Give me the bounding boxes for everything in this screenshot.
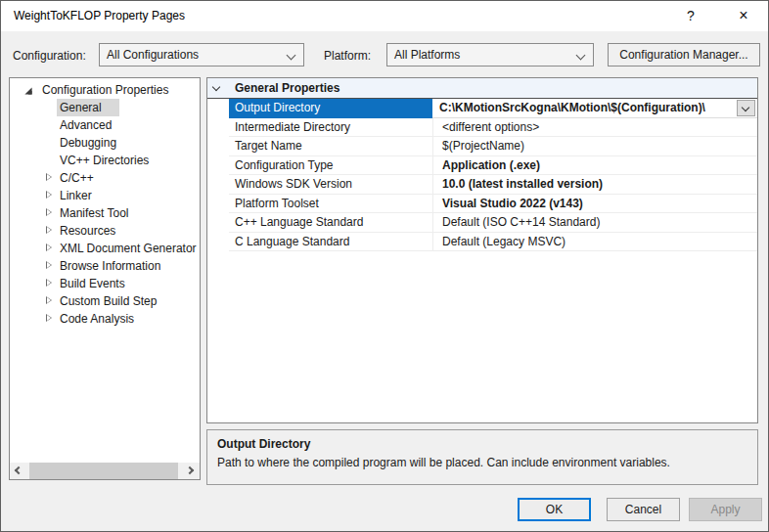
value-dropdown-button[interactable] (737, 100, 755, 116)
collapsed-arrow-icon[interactable] (46, 208, 52, 216)
grid-category-header[interactable]: General Properties (207, 78, 757, 99)
tree-item-manifest-tool[interactable]: Manifest Tool (10, 204, 200, 222)
tree-item-custom-build-step[interactable]: Custom Build Step (10, 292, 200, 310)
configuration-dropdown[interactable]: All Configurations (99, 43, 304, 66)
chevron-down-icon (212, 83, 220, 91)
property-name[interactable]: Configuration Type (229, 156, 432, 176)
collapsed-arrow-icon[interactable] (46, 296, 52, 304)
property-value[interactable]: Visual Studio 2022 (v143) (432, 195, 757, 214)
titlebar: WeightToKFLOP Property Pages ? × (1, 1, 768, 31)
tree-item-debugging[interactable]: Debugging (10, 134, 200, 152)
platform-dropdown-value: All Platforms (394, 48, 460, 62)
tree-item-resources[interactable]: Resources (10, 222, 200, 240)
tree-item-advanced[interactable]: Advanced (10, 116, 200, 134)
property-value[interactable]: $(ProjectName) (432, 137, 757, 156)
configuration-label: Configuration: (13, 49, 86, 63)
tree-item-c-cpp[interactable]: C/C++ (10, 169, 200, 187)
property-pages-dialog: WeightToKFLOP Property Pages ? × Configu… (0, 0, 769, 532)
collapsed-arrow-icon[interactable] (46, 244, 52, 251)
property-row-target-name[interactable]: Target Name $(ProjectName) (207, 137, 757, 156)
tree-item-label: XML Document Generator (60, 242, 197, 255)
tree-item-vc-directories[interactable]: VC++ Directories (10, 152, 200, 169)
property-value[interactable]: Application (.exe) (432, 156, 757, 176)
scroll-right-icon[interactable] (183, 463, 200, 479)
platform-label: Platform: (324, 49, 371, 63)
property-name[interactable]: Output Directory (229, 99, 432, 118)
collapsed-arrow-icon[interactable] (46, 226, 52, 234)
property-value[interactable]: C:\KMotionSrcKogna\KMotion\$(Configurati… (430, 99, 757, 118)
tree-item-label: Manifest Tool (60, 206, 128, 220)
tree-item-label: Resources (60, 224, 115, 238)
property-value[interactable]: Default (Legacy MSVC) (432, 233, 757, 252)
tree-item-label: Linker (60, 189, 92, 202)
property-row-intermediate-directory[interactable]: Intermediate Directory <different option… (207, 118, 757, 138)
property-row-c-language-standard[interactable]: C Language Standard Default (Legacy MSVC… (207, 233, 757, 252)
ok-button[interactable]: OK (518, 498, 591, 521)
chevron-down-icon (742, 104, 749, 111)
collapsed-arrow-icon[interactable] (46, 279, 52, 287)
property-value[interactable]: Default (ISO C++14 Standard) (432, 213, 757, 233)
horizontal-scrollbar[interactable] (10, 463, 200, 479)
tree-item-label: Custom Build Step (60, 294, 157, 308)
tree-item-build-events[interactable]: Build Events (10, 275, 200, 292)
tree-item-code-analysis[interactable]: Code Analysis (10, 310, 200, 328)
property-name[interactable]: Platform Toolset (229, 195, 432, 214)
property-row-output-directory[interactable]: Output Directory C:\KMotionSrcKogna\KMot… (207, 99, 757, 118)
apply-button[interactable]: Apply (689, 498, 762, 521)
scrollbar-track[interactable] (26, 463, 183, 479)
collapsed-arrow-icon[interactable] (46, 191, 52, 199)
property-row-configuration-type[interactable]: Configuration Type Application (.exe) (207, 156, 757, 176)
tree-item-label: C/C++ (60, 171, 94, 185)
tree-item-label: Browse Information (60, 259, 160, 273)
chevron-down-icon (576, 51, 586, 61)
tree-item-linker[interactable]: Linker (10, 187, 200, 204)
property-name[interactable]: C Language Standard (229, 233, 432, 252)
scroll-left-icon[interactable] (10, 463, 26, 479)
description-title: Output Directory (217, 437, 747, 451)
tree-item-label: VC++ Directories (60, 154, 149, 167)
tree-item-label: Advanced (60, 118, 112, 132)
property-name[interactable]: Intermediate Directory (229, 118, 432, 138)
property-name[interactable]: Windows SDK Version (229, 175, 432, 195)
property-description-panel: Output Directory Path to where the compi… (206, 429, 758, 485)
property-name[interactable]: C++ Language Standard (229, 213, 432, 233)
collapsed-arrow-icon[interactable] (46, 173, 52, 181)
tree-item-xml-document-generator[interactable]: XML Document Generator (10, 240, 200, 257)
close-icon[interactable]: × (727, 1, 760, 31)
window-title: WeightToKFLOP Property Pages (14, 1, 185, 31)
property-value[interactable]: 10.0 (latest installed version) (432, 175, 757, 195)
tree-item-general[interactable]: General (10, 99, 200, 116)
tree-item-configuration-properties[interactable]: Configuration Properties (10, 81, 200, 99)
property-grid: General Properties Output Directory C:\K… (206, 77, 758, 423)
grid-category-label: General Properties (235, 81, 339, 95)
property-value[interactable]: <different options> (432, 118, 757, 138)
tree-item-label: Configuration Properties (42, 83, 168, 97)
collapsed-arrow-icon[interactable] (46, 314, 52, 322)
tree-item-label: Debugging (60, 136, 116, 150)
property-row-windows-sdk-version[interactable]: Windows SDK Version 10.0 (latest install… (207, 175, 757, 195)
expanded-arrow-icon[interactable] (24, 87, 31, 94)
configuration-manager-button[interactable]: Configuration Manager... (608, 43, 760, 66)
tree-item-label: Build Events (60, 277, 125, 290)
property-row-platform-toolset[interactable]: Platform Toolset Visual Studio 2022 (v14… (207, 195, 757, 214)
collapsed-arrow-icon[interactable] (46, 261, 52, 269)
scrollbar-thumb[interactable] (29, 463, 178, 479)
configuration-tree-panel: Configuration Properties General Advance… (9, 77, 201, 480)
configuration-dropdown-value: All Configurations (107, 48, 199, 62)
description-text: Path to where the compiled program will … (217, 456, 747, 469)
help-icon[interactable]: ? (674, 1, 707, 31)
property-name[interactable]: Target Name (229, 137, 432, 156)
tree-list: Configuration Properties General Advance… (10, 78, 200, 328)
property-row-cpp-language-standard[interactable]: C++ Language Standard Default (ISO C++14… (207, 213, 757, 233)
platform-dropdown[interactable]: All Platforms (386, 43, 594, 66)
tree-item-label-selected: General (57, 99, 119, 116)
chevron-down-icon (287, 51, 296, 61)
tree-item-label: Code Analysis (60, 312, 134, 326)
cancel-button[interactable]: Cancel (607, 498, 680, 521)
tree-item-browse-information[interactable]: Browse Information (10, 257, 200, 275)
